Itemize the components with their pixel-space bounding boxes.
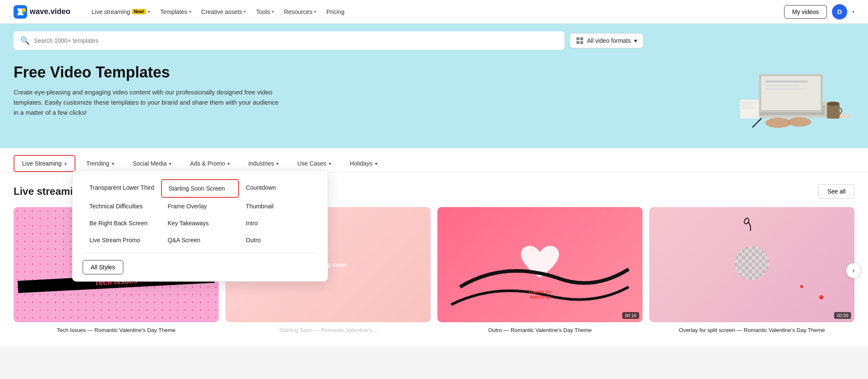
trending-tab-chevron: ▾ [112, 161, 114, 166]
category-tabs: Live Streaming ∧ Trending ▾ Social Media… [0, 148, 868, 172]
format-grid-icon [576, 37, 584, 44]
svg-rect-20 [742, 108, 754, 108]
my-videos-button[interactable]: My videos [784, 5, 827, 19]
nav-item-live-streaming[interactable]: Live streaming New! ▾ [87, 6, 154, 18]
dropdown-item-key-takeaways[interactable]: Key Takeaways [161, 215, 239, 232]
tab-use-cases[interactable]: Use Cases ▾ [289, 155, 339, 172]
swoosh-svg [437, 207, 643, 322]
dropdown-item-countdown[interactable]: Countdown [239, 179, 317, 198]
avatar-chevron[interactable]: ▾ [852, 9, 854, 14]
scribble-svg [649, 213, 854, 259]
svg-rect-17 [740, 100, 759, 119]
svg-rect-19 [742, 105, 752, 106]
svg-rect-3 [576, 37, 579, 40]
svg-point-22 [765, 118, 791, 128]
resources-chevron: ▾ [314, 9, 316, 14]
svg-rect-18 [742, 102, 754, 103]
new-badge: New! [132, 9, 146, 14]
nav-item-pricing[interactable]: Pricing [322, 6, 349, 18]
dropdown-item-transparent-lower-third[interactable]: Transparent Lower Third [83, 179, 161, 198]
format-selector[interactable]: All video formats ▾ [570, 33, 643, 48]
laptop-illustration [736, 64, 854, 131]
dropdown-item-qa-screen[interactable]: Q&A Screen [161, 232, 239, 249]
dropdown-divider [83, 253, 317, 253]
dropdown-item-live-stream-promo[interactable]: Live Stream Promo [83, 232, 161, 249]
hero-title: Free Video Templates [14, 64, 285, 81]
svg-point-23 [787, 117, 811, 127]
next-arrow[interactable]: › [846, 263, 861, 278]
pink-dot-2 [800, 285, 803, 288]
svg-point-2 [22, 8, 26, 12]
svg-rect-14 [765, 88, 804, 90]
holidays-tab-chevron: ▾ [375, 161, 377, 166]
card-duration-overlay: 00:06 [834, 312, 851, 319]
all-styles-button[interactable]: All Styles [83, 260, 123, 274]
dropdown-item-outro[interactable]: Outro [239, 232, 317, 249]
search-icon: 🔍 [20, 36, 30, 45]
ads-promo-tab-chevron: ▾ [228, 161, 230, 166]
dropdown-item-intro[interactable]: Intro [239, 215, 317, 232]
svg-rect-6 [580, 41, 583, 44]
svg-point-16 [827, 102, 840, 106]
svg-line-21 [753, 119, 761, 127]
nav-item-resources[interactable]: Resources ▾ [280, 6, 320, 18]
nav-links: Live streaming New! ▾ Templates ▾ Creati… [87, 6, 772, 18]
card-title-tech-issues: Tech Issues — Romantic Valentine's Day T… [14, 326, 219, 334]
card-outro-valentine: Thanks forwatching 00:16 Outro — Romanti… [437, 207, 643, 334]
nav-item-creative-assets[interactable]: Creative assets ▾ [197, 6, 250, 18]
svg-rect-15 [827, 104, 840, 119]
dropdown-grid: Transparent Lower Third Starting Soon Sc… [83, 179, 317, 249]
avatar[interactable]: D [832, 4, 847, 19]
svg-rect-13 [765, 85, 799, 86]
search-bar-section: 🔍 All video formats ▾ [0, 24, 868, 50]
nav-item-templates[interactable]: Templates ▾ [156, 6, 195, 18]
dropdown-item-thumbnail[interactable]: Thumbnail [239, 198, 317, 215]
svg-rect-12 [765, 80, 808, 83]
format-chevron: ▾ [634, 37, 637, 44]
nav-item-tools[interactable]: Tools ▾ [252, 6, 278, 18]
live-streaming-chevron: ▾ [148, 9, 150, 14]
card-title-overlay: Overlay for split screen — Romantic Vale… [649, 326, 854, 334]
search-input-wrap: 🔍 [14, 31, 565, 50]
logo-icon [14, 5, 27, 19]
pink-dot-1 [819, 295, 823, 299]
tools-chevron: ▾ [272, 9, 274, 14]
tab-ads-promo[interactable]: Ads & Promo ▾ [182, 155, 237, 172]
svg-rect-4 [580, 37, 583, 40]
live-streaming-tab-chevron: ∧ [64, 161, 67, 166]
card-title-starting-soon: Starting Soon — Romantic Valentine's... [225, 326, 431, 334]
card-title-outro: Outro — Romantic Valentine's Day Theme [437, 326, 643, 334]
templates-chevron: ▾ [189, 9, 191, 14]
dropdown-item-technical-difficulties[interactable]: Technical Difficulties [83, 198, 161, 215]
card-overlay-split: 00:06 Overlay for split screen — Romanti… [649, 207, 854, 334]
tab-social-media[interactable]: Social Media ▾ [125, 155, 179, 172]
tab-trending[interactable]: Trending ▾ [78, 155, 122, 172]
dropdown-item-be-right-back[interactable]: Be Right Back Screen [83, 215, 161, 232]
search-input[interactable] [34, 31, 558, 50]
live-streaming-dropdown: Transparent Lower Third Starting Soon Sc… [72, 170, 328, 282]
dropdown-item-starting-soon-screen[interactable]: Starting Soon Screen [161, 179, 239, 198]
tab-holidays[interactable]: Holidays ▾ [342, 155, 385, 172]
logo-text: wave.video [30, 7, 70, 16]
see-all-button[interactable]: See all [818, 184, 854, 199]
hero-image [736, 64, 854, 131]
card-duration-outro: 00:16 [622, 312, 639, 319]
social-media-tab-chevron: ▾ [169, 161, 171, 166]
tab-industries[interactable]: Industries ▾ [240, 155, 287, 172]
hero-description: Create eye-pleasing and engaging video c… [14, 87, 285, 118]
hero-section: Free Video Templates Create eye-pleasing… [0, 50, 868, 148]
card-thumb-overlay[interactable]: 00:06 [649, 207, 854, 322]
creative-assets-chevron: ▾ [244, 9, 246, 14]
svg-rect-5 [576, 41, 579, 44]
tab-live-streaming[interactable]: Live Streaming ∧ [14, 155, 75, 172]
logo[interactable]: wave.video [14, 5, 70, 19]
nav-right: My videos D ▾ [784, 4, 854, 19]
hero-text: Free Video Templates Create eye-pleasing… [14, 64, 285, 118]
use-cases-tab-chevron: ▾ [329, 161, 331, 166]
industries-tab-chevron: ▾ [276, 161, 278, 166]
navbar: wave.video Live streaming New! ▾ Templat… [0, 0, 868, 24]
card-thumb-outro[interactable]: Thanks forwatching 00:16 [437, 207, 643, 322]
format-label: All video formats [587, 37, 631, 44]
dropdown-item-frame-overlay[interactable]: Frame Overlay [161, 198, 239, 215]
